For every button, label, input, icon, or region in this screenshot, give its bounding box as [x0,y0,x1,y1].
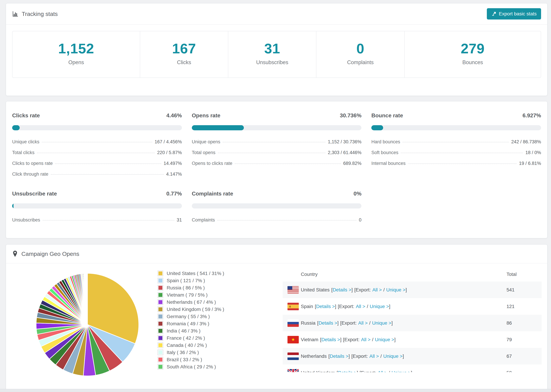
rate-detail-label: Hard bounces [371,139,400,145]
rate-detail-label: Unique clicks [12,139,39,145]
rates-card: Clicks rate 4.46% Unique clicks167 / 4.4… [6,101,548,238]
legend-item: Canada ( 40 / 2% ) [158,343,277,348]
legend-label: United Kingdom ( 59 / 3% ) [167,307,224,312]
legend-label: Spain ( 121 / 7% ) [167,278,205,283]
rate-title: Complaints rate [192,190,233,197]
tracking-dashboard: Tracking stats Export basic stats 1,152 … [0,3,551,392]
progress-bar-track [371,125,541,130]
rate-detail-value: 242 / 86.738% [511,139,541,145]
export-all-link[interactable]: All > [369,354,379,359]
rate-section: Bounce rate 6.927% Hard bounces242 / 86.… [371,112,541,177]
rate-detail-row: Opens to clicks rate689.82% [192,161,361,166]
stat-value: 1,152 [13,41,140,57]
country-flag-icon [288,336,299,343]
bracket-close: ] [357,370,358,372]
export-unique-link[interactable]: Unique > [386,287,406,293]
geo-table-row: Vietnam [ Details > ] [Export: All > / U… [283,331,542,348]
legend-label: Canada ( 40 / 2% ) [167,343,207,348]
column-header-total: Total [507,272,542,277]
details-link[interactable]: Details > [330,354,349,359]
country-cell: Spain [ Details > ] [Export: All > / Uni… [288,303,507,310]
legend-label: Vietnam ( 79 / 5% ) [167,292,208,298]
export-all-link[interactable]: All > [361,337,370,343]
rate-detail-row: Complaints0 [192,217,361,223]
export-unique-link[interactable]: Unique > [383,354,403,359]
export-unique-link[interactable]: Unique > [370,304,389,309]
export-all-link[interactable]: All > [356,304,365,309]
rate-detail-label: Internal bounces [371,161,406,166]
export-basic-stats-button[interactable]: Export basic stats [487,8,541,20]
progress-bar-fill [371,125,383,130]
legend-label: Romania ( 49 / 3% ) [167,321,209,327]
legend-item: United Kingdom ( 59 / 3% ) [158,307,277,312]
geo-table-row: United Kingdom [ Details > ] [Export: Al… [283,364,542,372]
slash-separator: / [380,354,382,359]
progress-bar-track [12,203,182,209]
export-bracket-label: [Export: [343,337,360,343]
rate-detail-value: 220 / 5.87% [157,150,182,155]
country-flag-icon [288,369,299,372]
country-cell: Russia [ Details > ] [Export: All > / Un… [288,319,507,327]
geo-table-row: Russia [ Details > ] [Export: All > / Un… [283,315,542,331]
rate-detail-value: 689.82% [343,161,361,166]
stat-box: 279 Bounces [405,31,541,77]
rate-section: Complaints rate 0% Complaints0 [192,190,361,223]
rate-detail-rows: Hard bounces242 / 86.738%Soft bounces18 … [371,139,541,166]
legend-swatch [158,357,163,362]
rate-detail-label: Clicks to opens rate [12,161,53,166]
dotted-leader [408,163,517,164]
rate-detail-rows: Unique opens1,152 / 30.736%Total opens2,… [192,139,361,166]
details-link[interactable]: Details > [316,304,335,309]
rate-value: 0% [353,190,361,197]
dotted-leader [401,153,523,153]
geo-table-row: United States [ Details > ] [Export: All… [283,281,542,298]
legend-swatch [158,335,163,341]
export-bracket-label: [Export: [354,287,371,293]
export-unique-link[interactable]: Unique > [372,320,391,326]
rates-grid: Clicks rate 4.46% Unique clicks167 / 4.4… [12,112,541,223]
geo-opens-card: Campaign Geo Opens United States ( 541 /… [6,244,548,392]
details-link[interactable]: Details > [318,320,337,326]
bracket-close: ] [340,337,342,343]
export-all-link[interactable]: All > [358,320,367,326]
details-link[interactable]: Details > [338,370,357,372]
legend-item: Russia ( 86 / 5% ) [158,285,277,291]
details-link[interactable]: Details > [333,287,352,293]
dotted-leader [235,163,341,164]
export-all-link[interactable]: All > [378,370,387,372]
export-all-link[interactable]: All > [372,287,382,293]
rate-detail-row: Clicks to opens rate14.497% [12,161,182,166]
rate-detail-row: Total clicks220 / 5.87% [12,150,182,155]
legend-label: South Africa ( 29 / 2% ) [167,364,216,370]
rate-detail-row: Click through rate4.147% [12,172,182,177]
details-link[interactable]: Details > [321,337,340,343]
legend-item: Brazil ( 33 / 2% ) [158,357,277,362]
summary-stats-row: 1,152 Opens 167 Clicks 31 Unsubscribes 0… [12,31,541,78]
slash-separator: / [372,337,373,343]
stat-label: Bounces [405,59,541,65]
stat-box: 31 Unsubscribes [228,31,316,77]
export-icon [491,11,496,16]
rate-detail-value: 31 [177,217,182,223]
slash-separator: / [389,370,390,372]
slash-separator: / [383,287,385,293]
legend-swatch [158,285,163,291]
rate-section: Unsubscribe rate 0.77% Unsubscribes31 [12,190,182,223]
stat-label: Opens [13,59,140,65]
bracket-close: ] [394,337,396,343]
bracket-close: ] [337,320,339,326]
legend-label: Italy ( 36 / 2% ) [167,350,199,355]
progress-bar-track [192,203,361,209]
stat-box: 167 Clicks [140,31,228,77]
stat-label: Unsubscribes [228,59,316,65]
bracket-open: [ [315,304,316,309]
dotted-leader [51,174,164,175]
bracket-close: ] [411,370,412,372]
export-unique-link[interactable]: Unique > [391,370,411,372]
country-flag-icon [288,319,299,327]
rate-value: 6.927% [523,112,541,119]
rate-detail-value: 0 [359,217,361,223]
legend-swatch [158,314,163,319]
export-unique-link[interactable]: Unique > [375,337,394,343]
rate-detail-row: Unique opens1,152 / 30.736% [192,139,361,145]
